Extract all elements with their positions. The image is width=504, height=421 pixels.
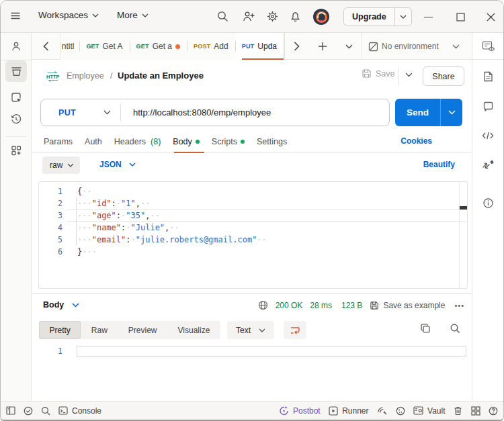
editor-line[interactable]: 6}··· (39, 246, 467, 258)
comment-icon (482, 101, 494, 112)
tab-params[interactable]: Params (43, 131, 73, 152)
view-preview[interactable]: Preview (118, 321, 167, 339)
find-replace-icon[interactable] (41, 406, 50, 416)
vault-button[interactable]: Vault (413, 406, 445, 416)
tabs-scroll-left-button[interactable] (32, 33, 60, 60)
breadcrumb-collection[interactable]: Employee (67, 71, 104, 81)
url-input[interactable]: http://localhost:8080/emp/employee (121, 107, 389, 118)
tab-auth[interactable]: Auth (84, 131, 103, 152)
view-pretty[interactable]: Pretty (39, 321, 81, 339)
response-header-row: Body 200 OK 28 ms 123 B (32, 294, 473, 316)
beautify-link[interactable]: Beautify (423, 160, 455, 169)
breadcrumb-request-name[interactable]: Update an Employee (118, 71, 204, 81)
request-section-tabs: Params Auth Headers (8) Body Scripts Set… (32, 131, 473, 153)
tab-body[interactable]: Body (172, 131, 200, 152)
body-mode-selector[interactable]: raw (42, 156, 80, 174)
more-menu[interactable]: More (117, 10, 149, 20)
sidebar-item-history[interactable] (5, 109, 27, 130)
body-mode-caret (67, 163, 74, 167)
view-raw[interactable]: Raw (81, 321, 118, 339)
help-icon[interactable] (489, 406, 498, 416)
sidebar-item-mock-servers[interactable] (5, 87, 27, 108)
search-icon[interactable] (217, 11, 228, 22)
view-visualize[interactable]: Visualize (167, 321, 220, 339)
tab-scripts[interactable]: Scripts (211, 131, 245, 152)
editor-line[interactable]: 3···"age":·"35",·· (39, 209, 467, 222)
response-time[interactable]: 28 ms (310, 301, 332, 310)
cookies-icon[interactable] (396, 406, 405, 416)
tab-headers[interactable]: Headers (8) (114, 131, 162, 152)
sidebar-item-more-blocks[interactable] (5, 140, 27, 161)
info-panel-button[interactable] (477, 192, 499, 214)
tab-settings[interactable]: Settings (256, 131, 288, 152)
network-globe-icon[interactable] (258, 300, 268, 310)
editor-line[interactable]: 5···"email":·"julie.roberts@gmail.com"·· (39, 234, 467, 246)
code-line: ···"name":·"Julie",·· (62, 223, 179, 232)
code-token-ws: ·· (257, 235, 266, 244)
response-status[interactable]: 200 OK (276, 301, 303, 310)
hamburger-menu-icon[interactable] (11, 11, 20, 21)
response-body-selector[interactable]: Body (43, 300, 79, 310)
toggle-sidebar-icon[interactable] (6, 406, 15, 415)
editor-scrollbar-thumb[interactable] (460, 206, 467, 209)
code-snippet-button[interactable] (477, 125, 499, 146)
upgrade-button[interactable]: Upgrade (344, 8, 395, 26)
response-more-options[interactable]: ••• (454, 301, 464, 310)
share-button[interactable]: Share (423, 66, 464, 86)
copy-icon[interactable] (420, 323, 431, 334)
tab-get-a-unsaved[interactable]: GET Get a (130, 33, 187, 60)
workspaces-menu[interactable]: Workspaces (38, 10, 99, 20)
tab-put-update-active[interactable]: PUT Upda (235, 33, 284, 60)
save-options-caret[interactable] (405, 73, 413, 77)
response-format-selector[interactable]: Text (227, 321, 274, 339)
response-size[interactable]: 123 B (341, 301, 362, 310)
send-options-caret[interactable] (440, 99, 462, 126)
capture-requests-icon[interactable] (377, 406, 387, 416)
wrap-lines-button[interactable] (284, 321, 306, 339)
save-as-example-button[interactable]: Save as example (370, 301, 445, 310)
console-button[interactable]: Console (58, 406, 101, 416)
environment-quick-look[interactable] (472, 33, 503, 60)
tab-options-caret[interactable] (345, 44, 353, 49)
send-button[interactable]: Send (395, 99, 440, 126)
connection-status-icon[interactable] (24, 406, 33, 416)
tab-post-add[interactable]: POST Add (187, 33, 235, 60)
method-selector[interactable]: PUT (41, 108, 120, 118)
sidebar-item-collections[interactable] (5, 60, 27, 82)
sidebar-item-profile[interactable] (5, 36, 27, 57)
postman-logo[interactable] (313, 9, 329, 25)
body-mode-label: raw (50, 160, 62, 170)
editor-line[interactable]: 2···"id":·"1",·· (39, 197, 467, 209)
editor-line[interactable]: 1{·· (39, 185, 467, 197)
trash-icon[interactable] (454, 406, 462, 416)
invite-user-icon[interactable] (243, 11, 255, 22)
related-requests-button[interactable] (477, 154, 499, 176)
tabs-scroll-right-button[interactable] (294, 42, 300, 51)
editor-line[interactable]: 4···"name":·"Julie",·· (39, 222, 467, 234)
search-response-icon[interactable] (450, 323, 460, 334)
upgrade-caret-button[interactable] (395, 8, 411, 26)
comments-panel-button[interactable] (477, 95, 499, 117)
postbot-button[interactable]: Postbot (279, 406, 321, 416)
response-toolbar: Pretty Raw Preview Visualize Text (32, 321, 473, 340)
body-language-selector[interactable]: JSON (99, 160, 136, 169)
postman-logo-inner (316, 11, 327, 23)
runner-button[interactable]: Runner (329, 406, 368, 416)
window-maximize-button[interactable] (445, 1, 476, 33)
documentation-panel-button[interactable] (477, 66, 499, 87)
save-button[interactable]: Save (362, 68, 395, 79)
new-tab-button[interactable] (318, 42, 327, 51)
editor-scrollbar-track[interactable] (459, 182, 468, 288)
tab-title: Get a (153, 42, 172, 51)
window-close-button[interactable] (475, 1, 504, 33)
settings-gear-icon[interactable] (267, 11, 278, 22)
tab-get-a[interactable]: GET Get A (79, 33, 129, 60)
environment-selector[interactable]: No environment (362, 33, 473, 60)
cookies-link[interactable]: Cookies (401, 136, 432, 146)
request-body-editor[interactable]: 1{··2···"id":·"1",··3···"age":·"35",··4·… (38, 181, 468, 289)
window-minimize-button[interactable] (413, 1, 444, 33)
two-pane-icon[interactable] (471, 406, 480, 416)
vault-label: Vault (427, 406, 445, 416)
tab-untitled[interactable]: ntitl (60, 33, 79, 60)
notifications-bell-icon[interactable] (290, 11, 301, 22)
